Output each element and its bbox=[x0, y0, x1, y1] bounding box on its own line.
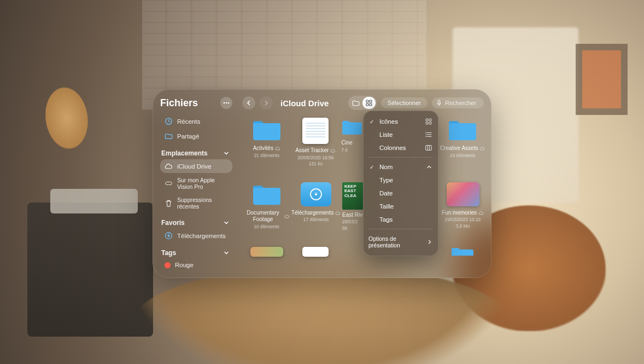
menu-separator bbox=[368, 229, 433, 229]
folder-icon bbox=[251, 182, 282, 206]
svg-point-14 bbox=[425, 132, 426, 134]
view-mode-button[interactable] bbox=[362, 97, 376, 109]
checkmark-icon: ✓ bbox=[368, 164, 375, 170]
image-thumbnail bbox=[447, 182, 479, 206]
cloud-badge-icon bbox=[330, 148, 336, 153]
sidebar-item-recents[interactable]: Récents bbox=[160, 114, 232, 128]
menu-item-presentation-options[interactable]: Options de présentation bbox=[363, 232, 438, 252]
app-title: Fichiers bbox=[160, 97, 198, 109]
files-window: Fichiers Récents Partagé Emplacements bbox=[153, 89, 491, 278]
menu-item-sort-size[interactable]: Taille bbox=[363, 200, 438, 213]
sidebar-item-label: Téléchargements bbox=[177, 233, 226, 239]
chevron-up-icon bbox=[424, 165, 432, 169]
new-folder-button[interactable] bbox=[349, 97, 362, 109]
svg-rect-11 bbox=[429, 119, 431, 121]
more-button[interactable] bbox=[220, 97, 232, 109]
view-options-menu: ✓ Icônes Liste Colonnes ✓ Nom Type Date … bbox=[363, 111, 438, 256]
folder-icon bbox=[341, 118, 363, 136]
chevron-down-icon bbox=[224, 151, 229, 156]
sidebar-section-tags[interactable]: Tags bbox=[161, 249, 229, 257]
tag-red-dot-icon bbox=[165, 262, 171, 268]
grid-icon bbox=[366, 100, 372, 106]
grid-item-asset-tracker[interactable]: Asset Tracker 20/05/2020 16:56 131 ko bbox=[291, 117, 341, 171]
checkmark-icon: ✓ bbox=[368, 119, 375, 125]
grid-item-peek-1[interactable] bbox=[242, 246, 291, 264]
svg-point-2 bbox=[228, 102, 230, 104]
menu-item-view-icons[interactable]: ✓ Icônes bbox=[363, 115, 438, 128]
cloud-badge-icon bbox=[284, 213, 290, 219]
chevron-right-icon bbox=[264, 100, 269, 106]
sidebar-item-downloads[interactable]: Téléchargements bbox=[160, 229, 232, 242]
grid-item-activites[interactable]: Activités 21 éléments bbox=[242, 117, 291, 171]
cloud-icon bbox=[165, 162, 173, 170]
grid-item-documentary-footage[interactable]: Documentary Footage 10 éléments bbox=[242, 181, 291, 236]
chevron-left-icon bbox=[246, 100, 251, 106]
sidebar-item-icloud[interactable]: iCloud Drive bbox=[160, 159, 232, 173]
sidebar-item-label: Rouge bbox=[175, 262, 194, 268]
search-placeholder: Rechercher bbox=[445, 100, 476, 106]
svg-rect-13 bbox=[429, 122, 431, 124]
sidebar-section-favorites[interactable]: Favoris bbox=[161, 219, 229, 227]
folder-icon bbox=[447, 118, 478, 142]
toolbar: iCloud Drive Sélectionner Rechercher bbox=[237, 89, 491, 114]
sidebar-item-label: Suppressions récentes bbox=[177, 197, 228, 210]
menu-separator bbox=[368, 157, 433, 158]
downloads-icon bbox=[165, 232, 173, 240]
folder-icon bbox=[447, 247, 478, 256]
grid-item-peek-3[interactable] bbox=[438, 246, 487, 264]
sidebar-item-label: Partagé bbox=[177, 133, 199, 140]
svg-rect-10 bbox=[426, 119, 428, 121]
grid-item-peek-2[interactable] bbox=[291, 246, 341, 264]
sidebar-item-label: iCloud Drive bbox=[177, 163, 212, 170]
chevron-down-icon bbox=[224, 250, 229, 256]
sidebar: Fichiers Récents Partagé Emplacements bbox=[153, 89, 237, 278]
sidebar-item-label: Récents bbox=[177, 118, 200, 125]
menu-item-sort-tags[interactable]: Tags bbox=[363, 213, 438, 226]
menu-item-sort-date[interactable]: Date bbox=[363, 187, 438, 200]
sidebar-section-locations[interactable]: Emplacements bbox=[161, 149, 229, 157]
cloud-badge-icon bbox=[478, 210, 484, 216]
sidebar-item-recently-deleted[interactable]: Suppressions récentes bbox=[160, 194, 232, 212]
cloud-badge-icon bbox=[479, 146, 485, 151]
ellipsis-icon bbox=[223, 102, 230, 104]
visionpro-icon bbox=[165, 180, 173, 188]
view-segment bbox=[348, 96, 377, 110]
chevron-right-icon bbox=[424, 239, 432, 245]
grid-item-telechargements[interactable]: Téléchargements 17 éléments bbox=[291, 181, 341, 236]
clock-icon bbox=[165, 117, 173, 125]
svg-rect-7 bbox=[366, 103, 368, 106]
sidebar-item-label: Sur mon Apple Vision Pro bbox=[177, 177, 228, 190]
svg-rect-6 bbox=[370, 100, 372, 102]
svg-rect-17 bbox=[426, 146, 432, 151]
back-button[interactable] bbox=[242, 96, 255, 109]
svg-point-0 bbox=[224, 102, 225, 104]
select-button[interactable]: Sélectionner bbox=[381, 97, 428, 108]
sidebar-item-shared[interactable]: Partagé bbox=[160, 129, 232, 143]
svg-point-1 bbox=[226, 102, 227, 104]
svg-point-16 bbox=[425, 136, 426, 137]
list-icon bbox=[424, 132, 432, 137]
mic-icon bbox=[436, 100, 442, 106]
search-field[interactable]: Rechercher bbox=[432, 97, 484, 108]
menu-item-sort-name[interactable]: ✓ Nom bbox=[363, 160, 438, 174]
folder-icon bbox=[251, 118, 282, 142]
menu-item-sort-type[interactable]: Type bbox=[363, 174, 438, 187]
cloud-badge-icon bbox=[275, 146, 280, 151]
trash-icon bbox=[165, 199, 173, 207]
cloud-badge-icon bbox=[335, 210, 341, 216]
location-title: iCloud Drive bbox=[280, 99, 344, 108]
menu-item-view-columns[interactable]: Colonnes bbox=[363, 141, 438, 154]
svg-rect-12 bbox=[426, 122, 428, 124]
grid-item-creative-assets[interactable]: Creative Assets 24 éléments bbox=[438, 117, 487, 171]
downloads-folder-icon bbox=[301, 182, 331, 206]
image-thumbnail bbox=[250, 247, 283, 257]
chevron-down-icon bbox=[224, 220, 229, 226]
grid-icon bbox=[424, 118, 432, 125]
menu-item-view-list[interactable]: Liste bbox=[363, 128, 438, 141]
svg-rect-9 bbox=[438, 100, 440, 103]
sidebar-item-tag-red[interactable]: Rouge bbox=[160, 259, 232, 271]
forward-button[interactable] bbox=[260, 96, 273, 109]
grid-item-fun-memories[interactable]: Fun memories 29/03/2023 10:22 3,9 Mo bbox=[438, 181, 487, 236]
document-icon bbox=[302, 118, 329, 144]
sidebar-item-visionpro[interactable]: Sur mon Apple Vision Pro bbox=[160, 174, 232, 193]
